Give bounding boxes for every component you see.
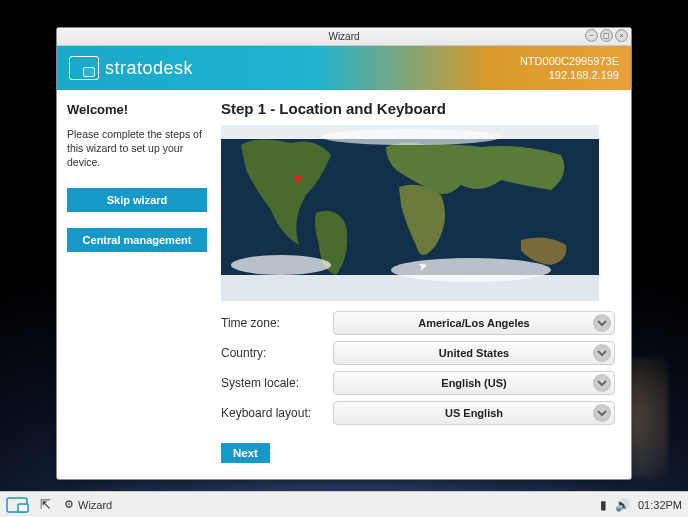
- chevron-down-icon: [593, 314, 611, 332]
- chevron-down-icon: [593, 404, 611, 422]
- brand-banner: stratodesk NTD000C2995973E 192.168.2.199: [57, 46, 631, 90]
- svg-point-4: [391, 258, 551, 282]
- skip-wizard-button[interactable]: Skip wizard: [67, 188, 207, 212]
- device-info: NTD000C2995973E 192.168.2.199: [520, 54, 619, 83]
- next-button[interactable]: Next: [221, 443, 270, 463]
- svg-point-3: [231, 255, 331, 275]
- battery-icon[interactable]: ▮: [600, 498, 607, 512]
- timezone-label: Time zone:: [221, 316, 333, 330]
- taskbar-app-wizard[interactable]: ⚙ Wizard: [57, 495, 119, 514]
- device-id: NTD000C2995973E: [520, 54, 619, 68]
- chevron-down-icon: [593, 374, 611, 392]
- svg-rect-1: [221, 275, 599, 301]
- wizard-sidebar: Welcome! Please complete the steps of th…: [57, 90, 217, 479]
- welcome-heading: Welcome!: [67, 102, 207, 117]
- close-button[interactable]: ×: [615, 29, 628, 42]
- window-title: Wizard: [328, 31, 359, 42]
- keyboard-dropdown[interactable]: US English: [333, 401, 615, 425]
- timezone-value: America/Los Angeles: [418, 317, 529, 329]
- brand-name: stratodesk: [105, 58, 193, 79]
- taskbar-clock[interactable]: 01:32PM: [638, 499, 682, 511]
- taskbar: ⇱ ⚙ Wizard ▮ 🔊 01:32PM: [0, 491, 688, 517]
- device-ip: 192.168.2.199: [520, 68, 619, 82]
- chevron-down-icon: [593, 344, 611, 362]
- welcome-instruction: Please complete the steps of this wizard…: [67, 127, 207, 170]
- gear-link-icon: ⚙: [64, 498, 74, 511]
- window-titlebar: Wizard − ◻ ×: [57, 28, 631, 46]
- central-management-button[interactable]: Central management: [67, 228, 207, 252]
- keyboard-value: US English: [445, 407, 503, 419]
- svg-rect-7: [18, 504, 28, 512]
- locale-value: English (US): [441, 377, 506, 389]
- step-title: Step 1 - Location and Keyboard: [221, 100, 615, 117]
- maximize-button[interactable]: ◻: [600, 29, 613, 42]
- country-value: United States: [439, 347, 509, 359]
- svg-point-5: [321, 129, 501, 145]
- minimize-button[interactable]: −: [585, 29, 598, 42]
- locale-label: System locale:: [221, 376, 333, 390]
- taskbar-logo-icon[interactable]: [6, 495, 34, 515]
- taskbar-app-label: Wizard: [78, 499, 112, 511]
- country-label: Country:: [221, 346, 333, 360]
- wizard-main: Step 1 - Location and Keyboard: [217, 90, 631, 479]
- locale-dropdown[interactable]: English (US): [333, 371, 615, 395]
- timezone-dropdown[interactable]: America/Los Angeles: [333, 311, 615, 335]
- launcher-icon[interactable]: ⇱: [40, 497, 51, 512]
- stratodesk-logo-icon: [69, 56, 99, 80]
- country-dropdown[interactable]: United States: [333, 341, 615, 365]
- volume-icon[interactable]: 🔊: [615, 498, 630, 512]
- wizard-window: Wizard − ◻ × stratodesk NTD000C2995973E …: [56, 27, 632, 480]
- keyboard-label: Keyboard layout:: [221, 406, 333, 420]
- world-map[interactable]: ▼ ➤: [221, 125, 599, 301]
- map-location-marker-icon: ▼: [291, 171, 305, 187]
